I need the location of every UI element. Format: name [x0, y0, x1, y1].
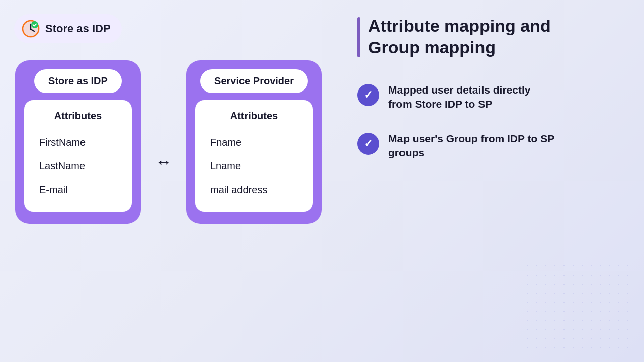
feature-item-2: Map user's Group from IDP to SPgroups — [357, 132, 619, 160]
section-title-text: Attribute mapping andGroup mapping — [368, 15, 551, 58]
sp-attributes-title: Attributes — [230, 110, 278, 122]
section-title-area: Attribute mapping andGroup mapping — [357, 15, 619, 58]
sp-attr-lname: Lname — [210, 154, 298, 178]
sp-attr-mail: mail address — [210, 178, 298, 202]
idp-attr-lastname: LastName — [39, 154, 117, 178]
store-idp-logo-icon — [21, 19, 40, 38]
dot-pattern-decoration — [523, 261, 634, 352]
sp-card-header: Service Provider — [200, 69, 308, 93]
idp-card-header: Store as IDP — [34, 69, 122, 93]
mapping-arrow: ↔ — [141, 153, 186, 171]
logo-badge: Store as IDP — [14, 14, 122, 43]
feature-text-1: Mapped user details directlyfrom Store I… — [388, 83, 530, 112]
feature-text-2: Map user's Group from IDP to SPgroups — [388, 132, 554, 160]
sp-card-body: Attributes Fname Lname mail address — [195, 100, 313, 212]
idp-attr-email: E-mail — [39, 178, 117, 202]
check-icon-1 — [357, 84, 379, 106]
double-arrow-icon: ↔ — [155, 153, 172, 171]
feature-item-1: Mapped user details directlyfrom Store I… — [357, 83, 619, 112]
svg-point-4 — [31, 21, 38, 28]
idp-card: Store as IDP Attributes FirstName LastNa… — [15, 60, 141, 224]
idp-attributes-title: Attributes — [54, 110, 102, 122]
idp-card-body: Attributes FirstName LastName E-mail — [24, 100, 132, 212]
diagram-area: Store as IDP Attributes FirstName LastNa… — [15, 60, 322, 224]
check-icon-2 — [357, 133, 379, 155]
logo-badge-title: Store as IDP — [45, 22, 111, 35]
idp-attr-firstname: FirstName — [39, 131, 117, 154]
sp-attr-fname: Fname — [210, 131, 298, 154]
title-bar-decoration — [357, 17, 360, 57]
sp-card: Service Provider Attributes Fname Lname … — [186, 60, 322, 224]
right-panel: Attribute mapping andGroup mapping Mappe… — [357, 15, 619, 180]
